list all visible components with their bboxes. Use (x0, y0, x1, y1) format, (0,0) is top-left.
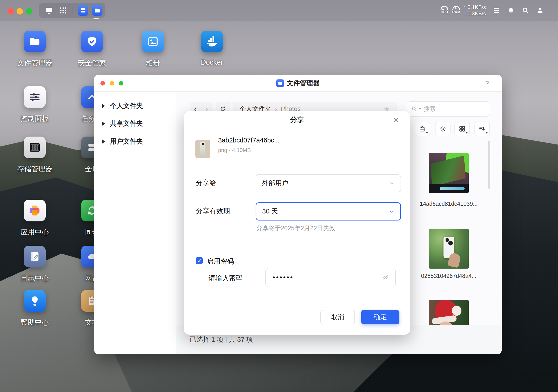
settings-button[interactable] (435, 122, 451, 136)
selection-status-text: 已选择 1 项 | 共 37 项 (190, 335, 253, 344)
file-item-thumbnail[interactable] (429, 153, 469, 193)
widgets-icon[interactable] (491, 5, 501, 16)
desktop-icon-label: 应用中心 (21, 227, 49, 237)
desktop-icon-storage-manager[interactable]: 存储管理器 (24, 137, 46, 158)
sidebar-item-shared-folder[interactable]: 共享文件夹 (94, 119, 176, 129)
search-icon (411, 106, 417, 112)
download-arrow-icon: ↓ (463, 11, 466, 17)
chevron-down-icon (389, 180, 395, 186)
file-item-name[interactable]: 14ad6acd81dc41039... (412, 200, 485, 207)
dialog-title: 分享 (184, 111, 410, 128)
dropdown-caret-icon (466, 132, 468, 133)
search-input[interactable] (423, 105, 486, 113)
desktop-icon-photos[interactable]: 相册 (142, 31, 164, 52)
file-manager-app-icon (276, 79, 284, 87)
grid-view-icon (459, 125, 466, 133)
password-input-label: 请输入密码 (209, 274, 243, 283)
minimize-button[interactable] (17, 8, 23, 15)
cpu-gauge-icon[interactable]: CPU (439, 4, 449, 14)
file-item-thumbnail[interactable] (429, 229, 469, 269)
confirm-button[interactable]: 确定 (361, 310, 399, 324)
chevron-down-icon (389, 209, 394, 214)
user-account-icon[interactable] (535, 5, 545, 16)
dock-storage-manager-icon[interactable] (77, 5, 89, 16)
docker-whale-icon (201, 31, 223, 52)
validity-select[interactable]: 30 天 (256, 202, 401, 220)
share-to-select[interactable]: 外部用户 (256, 174, 401, 192)
sidebar-item-label: 共享文件夹 (110, 119, 143, 128)
dock-divider (73, 6, 73, 15)
desktop-icon-label: 控制面板 (21, 114, 49, 123)
dialog-divider (195, 244, 399, 244)
sliders-icon (24, 86, 46, 108)
sort-list-icon (479, 125, 486, 133)
app-grid-icon[interactable] (57, 5, 70, 16)
zoom-button[interactable] (26, 8, 32, 15)
dropdown-caret-icon (486, 132, 488, 133)
sort-button[interactable] (474, 122, 490, 136)
validity-label: 分享有效期 (196, 206, 230, 216)
window-title-text: 文件管理器 (287, 79, 320, 88)
help-icon[interactable]: ? (485, 75, 489, 92)
sidebar: 个人文件夹 共享文件夹 用户文件夹 (94, 92, 176, 354)
password-input[interactable] (272, 273, 382, 282)
eye-off-icon[interactable] (382, 274, 389, 281)
close-button[interactable] (8, 8, 14, 15)
desktop-icon-security[interactable]: 安全管家 (81, 31, 103, 52)
dock-file-manager-icon[interactable] (91, 5, 104, 16)
enable-password-checkbox[interactable] (196, 257, 203, 264)
shared-file-name: 3ab2bcd07f7a46bc... (218, 137, 280, 144)
expand-triangle-icon (102, 104, 105, 108)
desktop-icon-app-center[interactable]: 应用中心 (24, 200, 46, 221)
toolbox-button[interactable] (415, 122, 430, 136)
running-indicator (93, 18, 99, 19)
share-to-label: 分享给 (196, 178, 216, 188)
desktop-icon-label: 帮助中心 (21, 317, 49, 327)
lightbulb-icon (24, 290, 46, 312)
cpu-label: CPU (439, 10, 449, 14)
ram-label: RAM (451, 10, 461, 14)
enable-password-label: 启用密码 (207, 257, 234, 266)
sidebar-item-label: 个人文件夹 (110, 101, 143, 110)
notifications-bell-icon[interactable] (506, 5, 516, 16)
desktop-icon-docker[interactable]: Docker (201, 31, 223, 52)
search-filter-caret-icon[interactable] (419, 108, 421, 109)
log-book-icon (24, 246, 46, 267)
sidebar-item-personal-folder[interactable]: 个人文件夹 (94, 101, 176, 111)
drive-bays-icon (24, 137, 46, 158)
upload-arrow-icon: ↑ (463, 4, 466, 10)
desktop-icon-file-manager[interactable]: 文件管理器 (24, 31, 46, 52)
window-titlebar: 文件管理器 ? (94, 75, 502, 92)
shared-file-thumbnail (195, 140, 210, 158)
download-speed: 0.3KB/s (468, 11, 486, 17)
desktop-icon-label: 日志中心 (21, 273, 49, 283)
expand-triangle-icon (102, 140, 105, 144)
share-to-value: 外部用户 (262, 179, 288, 188)
cancel-button[interactable]: 取消 (320, 310, 355, 324)
dropdown-caret-icon (426, 132, 428, 133)
close-icon[interactable] (392, 116, 400, 123)
shield-check-icon (81, 31, 103, 52)
upload-speed: 0.1KB/s (468, 4, 486, 10)
shared-file-meta: png · 4.10MB (218, 147, 251, 153)
sidebar-item-user-folder[interactable]: 用户文件夹 (94, 137, 176, 147)
folder-icon (24, 31, 46, 52)
dialog-divider (195, 163, 399, 163)
desktop-icon-control-panel[interactable]: 控制面板 (24, 86, 46, 108)
file-item-name[interactable]: 02853104967d48a4... (412, 273, 485, 279)
desktop-screen: CPU RAM ↑ 0.1KB/s ↓ 0.3KB/s 文件管理器 安全管家 (0, 0, 558, 392)
ram-gauge-icon[interactable]: RAM (451, 4, 461, 14)
show-desktop-icon[interactable] (43, 5, 55, 16)
desktop-icon-label: 安全管家 (78, 58, 106, 68)
search-box (407, 101, 490, 117)
view-mode-button[interactable] (454, 122, 470, 136)
desktop-icon-label: 文件管理器 (17, 58, 52, 68)
search-icon[interactable] (521, 5, 531, 16)
scrollbar-thumb[interactable] (488, 141, 490, 189)
desktop-icon-label: 相册 (146, 58, 160, 68)
gear-icon (439, 125, 446, 133)
expand-triangle-icon (102, 122, 105, 126)
desktop-icon-help-center[interactable]: 帮助中心 (24, 290, 46, 312)
check-icon (197, 258, 202, 263)
desktop-icon-log-center[interactable]: 日志中心 (24, 246, 46, 267)
